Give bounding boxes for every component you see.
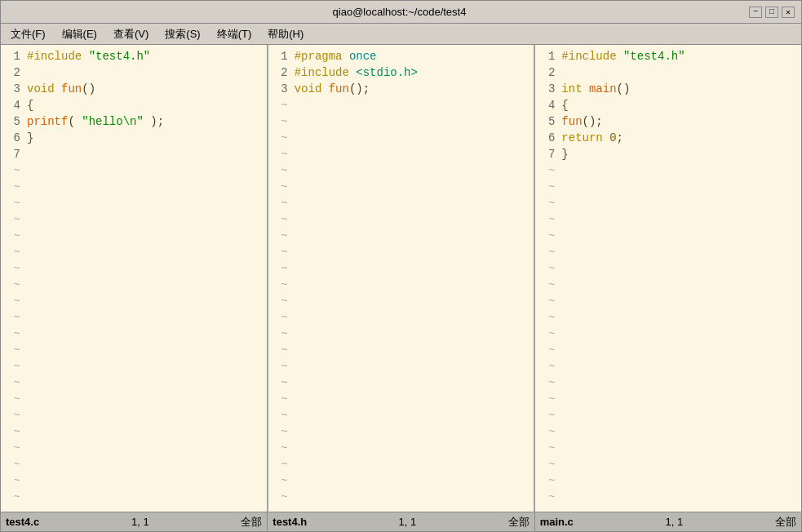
tilde-line: ~ xyxy=(535,293,801,309)
tilde-line: ~ xyxy=(268,342,534,358)
status-pane-test4c: test4.c 1, 1 全部 xyxy=(1,512,268,531)
code-line: 6 return 0; xyxy=(535,130,801,146)
status-all-test4c: 全部 xyxy=(241,515,262,530)
code-line: 5 fun(); xyxy=(535,113,801,130)
menu-file[interactable]: 文件(F) xyxy=(4,25,52,43)
menu-help[interactable]: 帮助(H) xyxy=(261,25,310,43)
tilde-line: ~ xyxy=(535,358,801,375)
title-buttons: − □ ✕ xyxy=(749,7,795,18)
code-line: 4 { xyxy=(535,97,801,113)
tilde-line: ~ xyxy=(268,358,534,375)
tilde-line: ~ xyxy=(535,407,801,423)
code-line: 2 #include <stdio.h> xyxy=(268,64,534,81)
code-line: 1 #pragma once xyxy=(268,48,534,64)
pane-mainc: 1 #include "test4.h" 2 3 int main() 4 { xyxy=(535,45,801,512)
code-mainc[interactable]: 1 #include "test4.h" 2 3 int main() 4 { xyxy=(535,45,801,512)
tilde-line: ~ xyxy=(535,489,801,505)
tilde-line: ~ xyxy=(268,162,534,179)
tilde-line: ~ xyxy=(268,407,534,423)
tilde-line: ~ xyxy=(268,277,534,293)
menu-view[interactable]: 查看(V) xyxy=(107,25,155,43)
tilde-line: ~ xyxy=(535,391,801,407)
status-pos-test4h: 1, 1 xyxy=(399,516,417,528)
code-test4c[interactable]: 1 #include "test4.h" 2 3 void fun() 4 { xyxy=(1,45,267,512)
code-line: 6 } xyxy=(1,130,267,146)
code-line: 7 } xyxy=(535,146,801,162)
pane-test4h: 1 #pragma once 2 #include <stdio.h> 3 vo… xyxy=(268,45,536,512)
tilde-line: ~ xyxy=(268,97,534,113)
main-window: qiao@localhost:~/code/test4 − □ ✕ 文件(F) … xyxy=(0,0,802,532)
status-filename-mainc: main.c xyxy=(540,516,574,528)
status-all-test4h: 全部 xyxy=(508,515,529,530)
tilde-line: ~ xyxy=(268,375,534,391)
tilde-line: ~ xyxy=(268,195,534,211)
tilde-line: ~ xyxy=(1,358,267,375)
code-line: 1 #include "test4.h" xyxy=(535,48,801,64)
tilde-line: ~ xyxy=(535,260,801,277)
tilde-line: ~ xyxy=(1,391,267,407)
status-pane-test4h: test4.h 1, 1 全部 xyxy=(268,512,534,531)
tilde-line: ~ xyxy=(268,440,534,456)
tilde-line: ~ xyxy=(268,456,534,472)
tilde-line: ~ xyxy=(1,326,267,342)
tilde-line: ~ xyxy=(268,260,534,277)
tilde-line: ~ xyxy=(268,179,534,195)
status-pane-mainc: main.c 1, 1 全部 xyxy=(535,512,801,531)
tilde-line: ~ xyxy=(1,456,267,472)
tilde-line: ~ xyxy=(1,342,267,358)
tilde-line: ~ xyxy=(535,326,801,342)
tilde-line: ~ xyxy=(1,162,267,179)
tilde-line: ~ xyxy=(535,277,801,293)
code-line: 4 { xyxy=(1,97,267,113)
tilde-line: ~ xyxy=(1,505,267,512)
code-line: 7 xyxy=(1,146,267,162)
status-filename-test4c: test4.c xyxy=(6,516,39,528)
tilde-line: ~ xyxy=(535,162,801,179)
tilde-line: ~ xyxy=(1,244,267,260)
status-bar: test4.c 1, 1 全部 test4.h 1, 1 全部 main.c 1… xyxy=(1,512,801,531)
tilde-line: ~ xyxy=(535,195,801,211)
tilde-line: ~ xyxy=(1,179,267,195)
status-all-mainc: 全部 xyxy=(775,515,796,530)
tilde-line: ~ xyxy=(535,342,801,358)
tilde-line: ~ xyxy=(268,146,534,162)
tilde-line: ~ xyxy=(535,179,801,195)
code-line: 2 xyxy=(535,64,801,81)
tilde-line: ~ xyxy=(1,293,267,309)
tilde-line: ~ xyxy=(535,423,801,440)
menu-bar: 文件(F) 编辑(E) 查看(V) 搜索(S) 终端(T) 帮助(H) xyxy=(1,24,801,45)
menu-terminal[interactable]: 终端(T) xyxy=(210,25,259,43)
code-line: 3 int main() xyxy=(535,81,801,97)
tilde-line: ~ xyxy=(1,489,267,505)
tilde-line: ~ xyxy=(268,113,534,130)
editor-area: 1 #include "test4.h" 2 3 void fun() 4 { xyxy=(1,45,801,512)
code-test4h[interactable]: 1 #pragma once 2 #include <stdio.h> 3 vo… xyxy=(268,45,534,512)
tilde-line: ~ xyxy=(268,489,534,505)
tilde-line: ~ xyxy=(268,326,534,342)
status-pos-mainc: 1, 1 xyxy=(666,516,684,528)
tilde-line: ~ xyxy=(535,505,801,512)
code-line: 2 xyxy=(1,64,267,81)
code-line: 5 printf( "hello\n" ); xyxy=(1,113,267,130)
title-bar: qiao@localhost:~/code/test4 − □ ✕ xyxy=(1,1,801,24)
status-pos-test4c: 1, 1 xyxy=(131,516,149,528)
tilde-line: ~ xyxy=(1,407,267,423)
tilde-line: ~ xyxy=(1,260,267,277)
menu-edit[interactable]: 编辑(E) xyxy=(55,25,104,43)
code-line: 3 void fun(); xyxy=(268,81,534,97)
tilde-line: ~ xyxy=(535,472,801,489)
tilde-line: ~ xyxy=(1,195,267,211)
tilde-line: ~ xyxy=(1,211,267,228)
minimize-button[interactable]: − xyxy=(749,7,762,18)
tilde-line: ~ xyxy=(1,228,267,244)
tilde-line: ~ xyxy=(1,375,267,391)
tilde-line: ~ xyxy=(535,228,801,244)
close-button[interactable]: ✕ xyxy=(782,7,795,18)
code-line: 1 #include "test4.h" xyxy=(1,48,267,64)
maximize-button[interactable]: □ xyxy=(765,7,778,18)
tilde-line: ~ xyxy=(268,391,534,407)
tilde-line: ~ xyxy=(268,293,534,309)
tilde-line: ~ xyxy=(268,505,534,512)
menu-search[interactable]: 搜索(S) xyxy=(158,25,206,43)
tilde-line: ~ xyxy=(535,440,801,456)
